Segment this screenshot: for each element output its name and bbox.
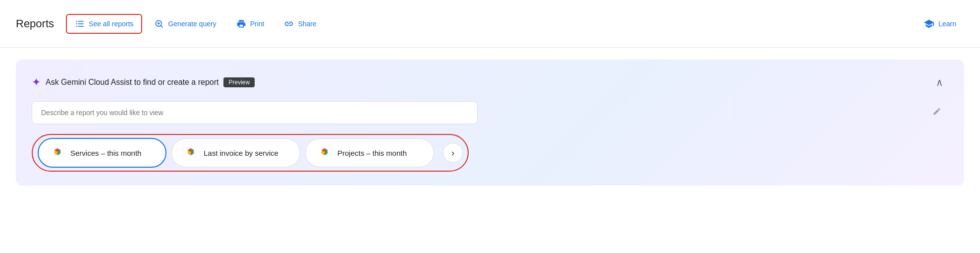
svg-rect-3 xyxy=(78,23,84,24)
svg-rect-0 xyxy=(76,21,78,22)
share-label: Share xyxy=(298,20,316,28)
generate-query-label: Generate query xyxy=(168,20,216,28)
learn-label: Learn xyxy=(938,20,956,28)
svg-rect-1 xyxy=(78,21,84,22)
see-all-reports-label: See all reports xyxy=(89,20,133,28)
print-button[interactable]: Print xyxy=(228,15,272,33)
sparkle-icon: ✦ xyxy=(32,76,41,89)
last-invoice-button[interactable]: Last invoice by service xyxy=(171,138,300,167)
learn-icon xyxy=(924,18,934,29)
svg-rect-4 xyxy=(76,26,78,27)
gemini-card: ✦ Ask Gemini Cloud Assist to find or cre… xyxy=(16,60,964,186)
gemini-search-input[interactable] xyxy=(32,101,478,124)
google-cloud-logo-2 xyxy=(184,146,198,160)
gemini-card-title: Ask Gemini Cloud Assist to find or creat… xyxy=(46,78,218,87)
edit-icon xyxy=(932,107,941,119)
svg-line-7 xyxy=(161,25,163,27)
projects-this-month-label: Projects – this month xyxy=(337,149,407,157)
generate-query-icon xyxy=(154,19,164,29)
gemini-title-row: ✦ Ask Gemini Cloud Assist to find or cre… xyxy=(32,76,255,89)
share-button[interactable]: Share xyxy=(276,15,324,33)
chevron-right-icon: › xyxy=(451,148,454,158)
preview-badge: Preview xyxy=(223,77,255,87)
google-cloud-logo-3 xyxy=(318,146,331,160)
print-icon xyxy=(236,19,246,29)
next-quick-buttons-button[interactable]: › xyxy=(443,143,463,163)
page-title: Reports xyxy=(16,17,54,30)
see-all-reports-button[interactable]: See all reports xyxy=(66,14,142,34)
gemini-input-wrapper xyxy=(32,101,948,124)
chevron-up-icon: ∧ xyxy=(936,76,943,88)
main-content: ✦ Ask Gemini Cloud Assist to find or cre… xyxy=(0,48,980,197)
toolbar: Reports See all reports Generate query P… xyxy=(0,0,980,48)
google-cloud-logo-1 xyxy=(51,146,64,160)
print-label: Print xyxy=(250,20,265,28)
collapse-button[interactable]: ∧ xyxy=(930,73,948,91)
services-this-month-button[interactable]: Services – this month xyxy=(38,138,166,168)
last-invoice-label: Last invoice by service xyxy=(204,149,278,157)
svg-rect-2 xyxy=(76,23,78,24)
generate-query-button[interactable]: Generate query xyxy=(146,15,224,33)
services-this-month-label: Services – this month xyxy=(70,149,141,157)
share-icon xyxy=(284,19,294,29)
gemini-card-header: ✦ Ask Gemini Cloud Assist to find or cre… xyxy=(32,73,948,91)
learn-button[interactable]: Learn xyxy=(916,14,964,33)
list-icon xyxy=(75,19,85,29)
svg-rect-5 xyxy=(78,26,84,27)
projects-this-month-button[interactable]: Projects – this month xyxy=(305,138,434,167)
quick-buttons-container: Services – this month Last invoice by se… xyxy=(32,134,469,172)
